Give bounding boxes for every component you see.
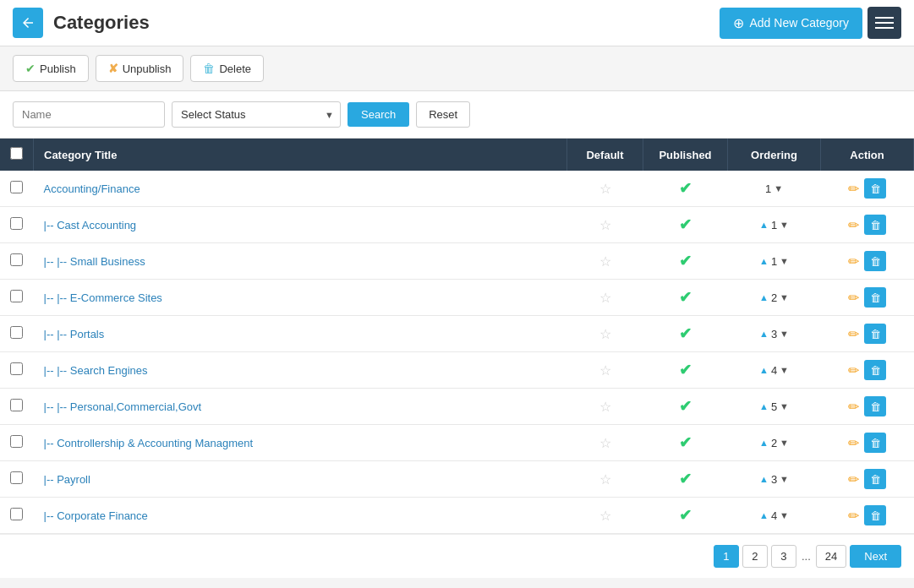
category-title-link[interactable]: |-- |-- Small Business xyxy=(44,255,145,268)
name-input[interactable] xyxy=(13,101,165,128)
edit-icon[interactable]: ✏ xyxy=(848,508,859,524)
delete-row-button[interactable]: 🗑 xyxy=(864,469,886,489)
delete-button[interactable]: 🗑 Delete xyxy=(190,55,264,82)
row-checkbox[interactable] xyxy=(10,471,23,484)
category-title-link[interactable]: |-- Payroll xyxy=(44,473,90,486)
category-title-link[interactable]: |-- Cast Accounting xyxy=(44,219,137,231)
category-title-link[interactable]: |-- Controllership & Accounting Managmen… xyxy=(44,437,254,449)
edit-icon[interactable]: ✏ xyxy=(848,399,859,415)
ordering-dropdown-icon[interactable]: ▼ xyxy=(780,474,789,484)
ordering-up-arrow[interactable]: ▲ xyxy=(759,510,769,520)
default-star-icon[interactable]: ☆ xyxy=(599,182,611,196)
menu-line-3 xyxy=(875,27,894,29)
publish-button[interactable]: ✔ Publish xyxy=(13,55,89,82)
delete-row-button[interactable]: 🗑 xyxy=(864,287,886,308)
default-star-icon[interactable]: ☆ xyxy=(599,327,611,341)
ordering-dropdown-icon[interactable]: ▼ xyxy=(780,438,789,448)
row-checkbox[interactable] xyxy=(10,435,23,448)
ordering-up-arrow[interactable]: ▲ xyxy=(759,329,769,339)
delete-row-button[interactable]: 🗑 xyxy=(864,396,886,416)
ordering-up-arrow[interactable]: ▲ xyxy=(759,256,769,266)
default-star-icon[interactable]: ☆ xyxy=(599,509,611,523)
category-title-link[interactable]: |-- |-- Personal,Commercial,Govt xyxy=(44,400,202,413)
search-button[interactable]: Search xyxy=(348,102,409,127)
ordering-up-arrow[interactable]: ▲ xyxy=(759,474,769,484)
category-title-link[interactable]: Accounting/Finance xyxy=(44,182,140,195)
delete-row-button[interactable]: 🗑 xyxy=(864,178,886,199)
edit-icon[interactable]: ✏ xyxy=(848,362,859,378)
page-24-button[interactable]: 24 xyxy=(816,545,846,568)
category-title-link[interactable]: |-- |-- Portals xyxy=(44,328,105,340)
status-select[interactable]: Select StatusPublishedUnpublishedArchive… xyxy=(172,101,341,128)
edit-icon[interactable]: ✏ xyxy=(848,471,859,487)
delete-row-button[interactable]: 🗑 xyxy=(864,360,886,380)
row-checkbox[interactable] xyxy=(10,253,23,266)
ordering-up-arrow[interactable]: ▲ xyxy=(759,438,769,448)
default-star-icon[interactable]: ☆ xyxy=(599,363,611,378)
row-checkbox[interactable] xyxy=(10,217,23,230)
edit-icon[interactable]: ✏ xyxy=(848,217,859,233)
default-star-icon[interactable]: ☆ xyxy=(599,218,611,232)
published-check-icon[interactable]: ✔ xyxy=(679,180,692,197)
ordering-dropdown-icon[interactable]: ▼ xyxy=(774,183,783,193)
edit-icon[interactable]: ✏ xyxy=(848,290,859,306)
ordering-dropdown-icon[interactable]: ▼ xyxy=(780,365,789,375)
published-check-icon[interactable]: ✔ xyxy=(679,289,692,306)
page-2-button[interactable]: 2 xyxy=(742,545,768,568)
pagination: 1 2 3 ... 24 Next xyxy=(0,534,914,578)
ordering-up-arrow[interactable]: ▲ xyxy=(759,220,769,230)
default-star-icon[interactable]: ☆ xyxy=(599,436,611,450)
ordering-dropdown-icon[interactable]: ▼ xyxy=(780,329,789,339)
default-star-icon[interactable]: ☆ xyxy=(599,291,611,305)
category-title-link[interactable]: |-- Corporate Finance xyxy=(44,509,148,522)
row-checkbox[interactable] xyxy=(10,326,23,339)
unpublish-button[interactable]: ✘ Unpublish xyxy=(96,55,184,82)
default-star-icon[interactable]: ☆ xyxy=(599,472,611,487)
row-checkbox[interactable] xyxy=(10,181,23,193)
row-checkbox[interactable] xyxy=(10,290,23,302)
delete-row-button[interactable]: 🗑 xyxy=(864,324,886,344)
ordering-number: 2 xyxy=(771,437,777,449)
add-new-category-button[interactable]: ⊕ Add New Category xyxy=(720,8,862,39)
published-check-icon[interactable]: ✔ xyxy=(679,216,692,233)
row-checkbox[interactable] xyxy=(10,508,23,520)
ordering-up-arrow[interactable]: ▲ xyxy=(759,292,769,302)
ordering-up-arrow[interactable]: ▲ xyxy=(759,365,769,375)
select-all-checkbox[interactable] xyxy=(10,147,23,160)
trash-icon: 🗑 xyxy=(864,360,886,380)
delete-row-button[interactable]: 🗑 xyxy=(864,251,886,271)
next-button[interactable]: Next xyxy=(850,545,901,568)
delete-row-button[interactable]: 🗑 xyxy=(864,215,886,235)
ordering-dropdown-icon[interactable]: ▼ xyxy=(780,256,789,266)
ordering-dropdown-icon[interactable]: ▼ xyxy=(780,401,789,411)
page-1-button[interactable]: 1 xyxy=(714,545,739,568)
hamburger-menu-button[interactable] xyxy=(867,7,901,39)
col-header-default: Default xyxy=(567,139,643,171)
page-3-button[interactable]: 3 xyxy=(771,545,796,568)
edit-icon[interactable]: ✏ xyxy=(848,326,859,342)
default-star-icon[interactable]: ☆ xyxy=(599,400,611,414)
published-check-icon[interactable]: ✔ xyxy=(679,398,692,415)
delete-row-button[interactable]: 🗑 xyxy=(864,505,886,525)
ordering-dropdown-icon[interactable]: ▼ xyxy=(780,510,789,520)
edit-icon[interactable]: ✏ xyxy=(848,181,859,197)
published-check-icon[interactable]: ✔ xyxy=(679,362,692,378)
category-title-link[interactable]: |-- |-- E-Commerce Sites xyxy=(44,291,162,304)
published-check-icon[interactable]: ✔ xyxy=(679,471,692,487)
published-check-icon[interactable]: ✔ xyxy=(679,253,692,270)
delete-row-button[interactable]: 🗑 xyxy=(864,433,886,453)
back-button[interactable] xyxy=(13,8,43,38)
ordering-dropdown-icon[interactable]: ▼ xyxy=(780,220,789,230)
row-checkbox[interactable] xyxy=(10,362,23,375)
default-star-icon[interactable]: ☆ xyxy=(599,254,611,269)
published-check-icon[interactable]: ✔ xyxy=(679,507,692,524)
edit-icon[interactable]: ✏ xyxy=(848,435,859,451)
category-title-link[interactable]: |-- |-- Search Engines xyxy=(44,364,148,377)
reset-button[interactable]: Reset xyxy=(416,101,470,128)
ordering-dropdown-icon[interactable]: ▼ xyxy=(780,292,789,302)
published-check-icon[interactable]: ✔ xyxy=(679,325,692,342)
published-check-icon[interactable]: ✔ xyxy=(679,434,692,451)
ordering-up-arrow[interactable]: ▲ xyxy=(759,401,769,411)
row-checkbox[interactable] xyxy=(10,399,23,411)
edit-icon[interactable]: ✏ xyxy=(848,253,859,270)
